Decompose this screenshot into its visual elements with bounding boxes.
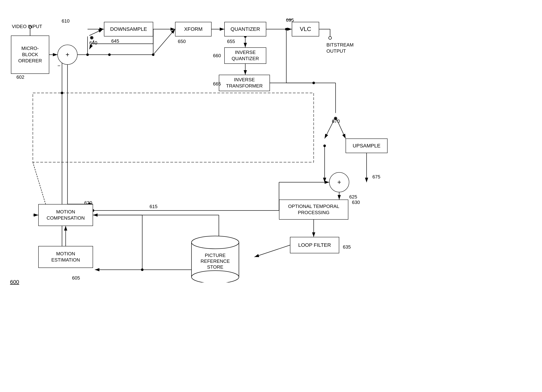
label-660: 660	[213, 53, 221, 59]
upsample-label: UPSAMPLE	[353, 143, 381, 149]
motion-compensation-label: MOTIONCOMPENSATION	[47, 209, 85, 221]
svg-line-66	[33, 162, 46, 204]
label-670: 670	[332, 118, 340, 124]
svg-line-46	[255, 245, 290, 257]
main-adder: +	[57, 45, 77, 65]
quantizer-block: QUANTIZER	[224, 22, 266, 37]
label-640: 640	[89, 40, 97, 46]
svg-rect-35	[33, 93, 314, 162]
svg-point-19	[91, 37, 93, 39]
label-630: 630	[352, 199, 360, 205]
recon-adder: +	[329, 172, 349, 192]
label-615: 615	[150, 204, 157, 209]
svg-text:REFERENCE: REFERENCE	[201, 258, 230, 264]
svg-line-7	[153, 29, 175, 55]
diagram: MICRO-BLOCKORDERER DOWNSAMPLE XFORM QUAN…	[0, 0, 542, 392]
label-665: 665	[213, 81, 221, 87]
inverse-transformer-block: INVERSETRANSFORMER	[219, 75, 270, 91]
label-635: 635	[343, 244, 351, 250]
loop-filter-block: LOOP FILTER	[290, 237, 339, 253]
label-655: 655	[227, 39, 235, 44]
optional-temporal-block: OPTIONAL TEMPORALPROCESSING	[279, 199, 348, 220]
svg-point-32	[312, 82, 315, 84]
inverse-transformer-label: INVERSETRANSFORMER	[226, 77, 263, 89]
svg-point-74	[191, 236, 239, 249]
label-video-input: VIDEO INPUT	[12, 24, 42, 29]
downsample-label: DOWNSAMPLE	[110, 26, 147, 32]
vlc-block: VLC	[292, 22, 319, 37]
motion-estimation-block: MOTIONESTIMATION	[38, 246, 93, 268]
label-675: 675	[372, 174, 380, 180]
motion-estimation-label: MOTIONESTIMATION	[51, 251, 80, 263]
svg-point-52	[61, 92, 63, 94]
inverse-quantizer-block: INVERSEQUANTIZER	[224, 47, 266, 64]
label-620: 620	[84, 200, 92, 206]
label-645: 645	[111, 38, 119, 44]
label-605: 605	[72, 275, 80, 281]
label-650: 650	[178, 39, 186, 44]
loop-filter-label: LOOP FILTER	[298, 242, 331, 248]
motion-compensation-block: MOTIONCOMPENSATION	[38, 204, 93, 226]
svg-point-24	[285, 28, 287, 30]
picture-reference-store: PICTURE REFERENCE STORE	[190, 231, 241, 282]
recon-adder-plus: +	[337, 178, 341, 186]
svg-point-9	[152, 54, 154, 56]
svg-line-16	[89, 29, 103, 36]
optional-temporal-label: OPTIONAL TEMPORALPROCESSING	[288, 203, 339, 216]
downsample-block: DOWNSAMPLE	[104, 22, 153, 37]
svg-text:PICTURE: PICTURE	[205, 252, 226, 258]
label-bitstream-output: BITSTREAMOUTPUT	[326, 42, 354, 54]
svg-point-75	[191, 271, 239, 282]
svg-point-15	[86, 54, 89, 56]
svg-point-18	[90, 36, 93, 39]
svg-point-48	[141, 268, 144, 271]
svg-point-40	[323, 145, 326, 147]
upsample-block: UPSAMPLE	[346, 139, 388, 153]
label-602: 602	[16, 74, 24, 80]
label-610: 610	[62, 18, 70, 24]
svg-point-27	[329, 37, 331, 39]
quantizer-label: QUANTIZER	[231, 26, 260, 32]
vlc-label: VLC	[300, 25, 311, 33]
micro-block-orderer-block: MICRO-BLOCKORDERER	[11, 36, 49, 74]
svg-text:STORE: STORE	[207, 264, 223, 270]
connections-svg	[0, 0, 542, 392]
svg-point-6	[108, 54, 111, 56]
label-600: 600	[10, 279, 19, 285]
label-695: 695	[286, 17, 294, 23]
xform-label: XFORM	[184, 26, 202, 32]
label-625: 625	[349, 194, 357, 200]
adder-plus: +	[65, 51, 69, 59]
xform-block: XFORM	[175, 22, 211, 37]
inverse-quantizer-label: INVERSEQUANTIZER	[232, 49, 259, 62]
